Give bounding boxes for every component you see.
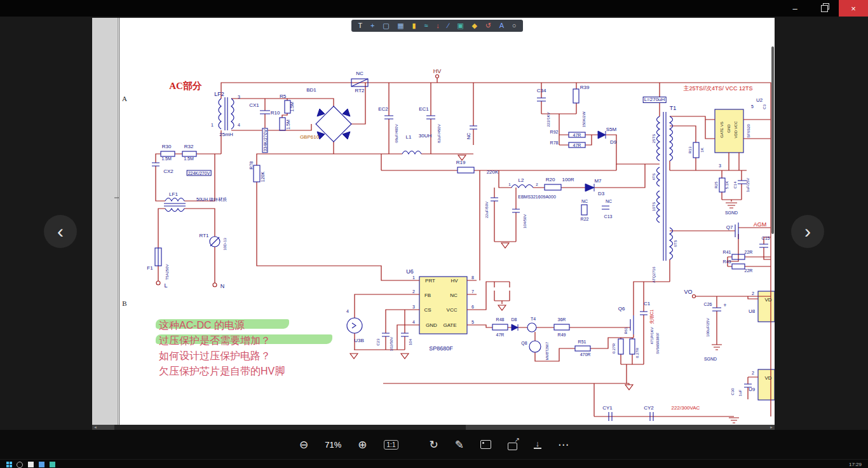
schematic-label: 7 [471, 289, 474, 294]
schematic-label: 主25TS//次4TS/ VCC 12TS [683, 86, 752, 92]
one-to-one-icon: 1:1 [384, 440, 399, 450]
font-tool-icon[interactable]: A [499, 22, 504, 29]
download-button[interactable]: ↓ [534, 440, 541, 449]
schematic-label: R43 [723, 259, 731, 264]
zoom-in-button[interactable]: ⊕ [358, 438, 367, 451]
schematic-label: 50UH 镍锌材质 [196, 197, 227, 202]
rotate-button[interactable]: ↻ [429, 438, 438, 451]
schematic-label: R13 [688, 146, 692, 153]
schematic-label: NC [450, 293, 458, 298]
schematic-label: VCC [447, 308, 458, 313]
undo-tool-icon[interactable]: ↺ [485, 22, 491, 29]
actual-size-button[interactable]: 1:1 [384, 440, 399, 450]
edit-button[interactable]: ✎ [455, 438, 464, 451]
photo-vertical-scrollbar[interactable] [771, 46, 774, 234]
schematic-label: R32 [184, 144, 194, 149]
schematic-label: 6 [471, 305, 474, 309]
schematic-label: 2 [412, 289, 415, 294]
schematic-label: 102/50V [390, 337, 393, 351]
command-bar: ⊖ 71% ⊕ 1:1 ↻ ✎ ↓ ⋯ [0, 430, 868, 459]
more-button[interactable]: ⋯ [558, 438, 569, 451]
annotation-note-line: 这种AC-DC 的电源 [159, 318, 285, 333]
schematic-label: C3 [763, 104, 766, 109]
taskbar-app-icon[interactable] [50, 462, 55, 467]
close-button[interactable]: × [839, 0, 868, 17]
schematic-label: SVS65R380F [656, 333, 660, 354]
schematic-label: CS [424, 308, 431, 313]
schematic-label: R20 [546, 177, 555, 182]
next-image-button[interactable]: › [791, 215, 824, 248]
annotation-note-line: 如何设计过压保护电路？ [159, 348, 285, 364]
schematic-label: LF1 [169, 192, 178, 197]
schematic-label: R51 [578, 340, 587, 344]
schematic-label: 5 [471, 320, 474, 324]
schematic-label: R10 [271, 111, 280, 116]
schematic-label: D3 [598, 191, 604, 196]
annotation-toolbar[interactable]: T+▢▦▮≈↓∕▣◆↺A○ [351, 20, 523, 32]
schematic-label: CY1 [602, 406, 613, 411]
schematic-label: 22uF/50V [485, 202, 489, 218]
schematic-label: 3 [412, 305, 415, 309]
schematic-label: R48 [496, 317, 505, 322]
previous-image-button[interactable]: ‹ [44, 215, 77, 248]
schematic-label: MMBT2907 [546, 342, 550, 360]
schematic-label: SGND [725, 210, 738, 215]
text-tool-icon[interactable]: T [358, 22, 362, 29]
schematic-label: 47R [573, 143, 581, 148]
schematic-label: 4 [346, 309, 349, 313]
share-button[interactable] [508, 439, 517, 450]
scroll-left-arrow[interactable]: ◄ [93, 425, 97, 430]
schematic-label: + [723, 303, 726, 308]
scroll-right-arrow[interactable]: ► [770, 425, 773, 430]
select-rect-icon[interactable]: ▢ [383, 22, 389, 29]
grid-tool-icon[interactable]: ▦ [397, 22, 403, 29]
visual-search-button[interactable] [480, 440, 491, 449]
schematic-label: BD1 [306, 88, 316, 93]
schematic-label: L=270uH [643, 97, 667, 103]
schematic-label: LF2 [214, 92, 224, 97]
schematic-label: T4 [531, 317, 536, 321]
schematic-label: U2 [756, 98, 763, 103]
taskbar[interactable]: 17:29 [0, 459, 868, 468]
schematic-label: Q7 [726, 225, 733, 230]
download-icon: ↓ [534, 440, 541, 449]
share-icon [508, 443, 517, 450]
horizontal-scrollbar[interactable]: ◄ ► [92, 425, 775, 430]
schematic-label: 1 [508, 182, 510, 186]
schematic-label: 470R [580, 352, 591, 357]
schematic-label: C26 [704, 302, 712, 306]
image-tool-icon[interactable]: ▣ [457, 22, 463, 29]
schematic-label: C15 [762, 236, 770, 240]
schematic-label: GATE [443, 323, 456, 328]
schematic-label: HV [433, 69, 442, 74]
titlebar: – × [0, 0, 868, 17]
pen-tool-icon[interactable]: ∕ [448, 22, 449, 29]
schematic-photo[interactable]: ABAC部分LF231425mHCX1334K/270VR51.5MR101.5… [92, 18, 775, 425]
schematic-label: 36R [558, 317, 566, 322]
schematic-label: 1uF/25V [746, 178, 750, 193]
restore-button[interactable] [810, 0, 839, 17]
start-button-icon[interactable] [6, 462, 9, 464]
highlighter-tool-icon[interactable]: ▮ [412, 22, 416, 29]
schematic-label: 4 [238, 123, 240, 127]
annotation-notes: 这种AC-DC 的电源过压保护是否需要增加？如何设计过压保护电路？欠压保护芯片是… [159, 318, 285, 379]
schematic-label: Q8 [521, 341, 527, 345]
zoom-out-button[interactable]: ⊖ [299, 438, 308, 451]
taskbar-app-icon[interactable] [39, 462, 44, 467]
schematic-label: 334K/270V [262, 128, 268, 153]
crosshair-tool-icon[interactable]: + [370, 22, 374, 29]
schematic-label: NC [581, 199, 588, 203]
search-icon[interactable] [17, 462, 23, 468]
arrow-down-tool-icon[interactable]: ↓ [436, 22, 440, 29]
tag-tool-icon[interactable]: ◆ [471, 22, 477, 29]
horizontal-scrollbar-thumb[interactable] [114, 425, 466, 430]
wave-tool-icon[interactable]: ≈ [424, 22, 428, 29]
taskbar-app-icon[interactable] [28, 462, 34, 467]
schematic-label: PRT [425, 279, 435, 284]
schematic-label: U9 [749, 387, 755, 392]
schematic-label: 1.5M [161, 156, 172, 161]
minimize-button[interactable]: – [780, 0, 810, 17]
lasso-tool-icon[interactable]: ○ [512, 22, 517, 29]
schematic-label: L2 [519, 178, 524, 183]
schematic-label: R25 [714, 181, 718, 188]
